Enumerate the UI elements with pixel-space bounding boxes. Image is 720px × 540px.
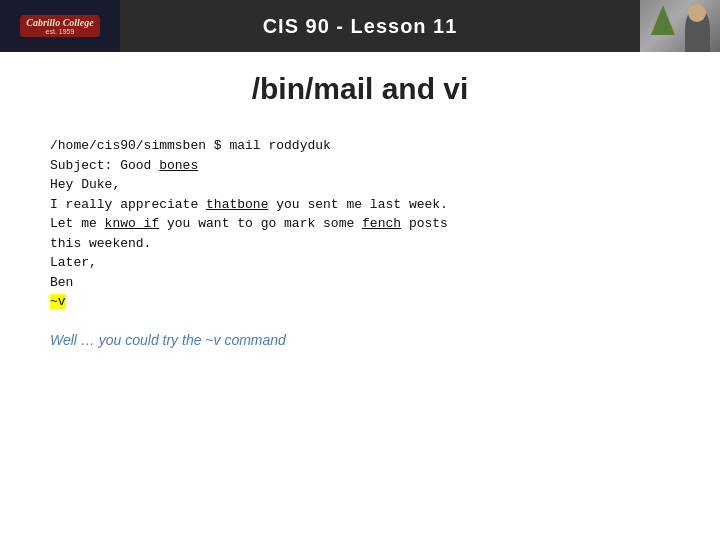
tree-icon	[651, 5, 675, 35]
hint-text: Well … you could try the ~v command	[50, 332, 680, 348]
line5-prefix: Let me	[50, 216, 105, 231]
logo: Cabrillo College est. 1959	[0, 0, 120, 52]
terminal-line-5: Let me knwo_if you want to go mark some …	[50, 214, 680, 234]
line4-prefix: I really appreciate	[50, 197, 206, 212]
line2-prefix: Subject: Good	[50, 158, 159, 173]
terminal-line-6: this weekend.	[50, 234, 680, 254]
line5-underline2: knwo_if	[105, 216, 160, 231]
line5-underline3: fench	[362, 216, 401, 231]
line5-suffix: posts	[401, 216, 448, 231]
header-decoration	[640, 0, 720, 52]
terminal-line-9: ~v	[50, 292, 680, 312]
main-content: /bin/mail and vi /home/cis90/simmsben $ …	[0, 52, 720, 368]
line4-suffix: you sent me last week.	[268, 197, 447, 212]
person-head-icon	[688, 4, 706, 22]
terminal-line-8: Ben	[50, 273, 680, 293]
terminal-line-7: Later,	[50, 253, 680, 273]
terminal-block: /home/cis90/simmsben $ mail roddyduk Sub…	[50, 136, 680, 312]
terminal-line-4: I really appreciate thatbone you sent me…	[50, 195, 680, 215]
line2-underline: bones	[159, 158, 198, 173]
logo-est: est. 1959	[26, 28, 94, 35]
terminal-line-3: Hey Duke,	[50, 175, 680, 195]
header-title: CIS 90 - Lesson 11	[263, 15, 458, 38]
terminal-line-1: /home/cis90/simmsben $ mail roddyduk	[50, 136, 680, 156]
header: Cabrillo College est. 1959 CIS 90 - Less…	[0, 0, 720, 52]
line5-middle: you want to go mark some	[159, 216, 362, 231]
line9-highlight: ~v	[50, 294, 66, 309]
logo-text: Cabrillo College	[26, 17, 94, 28]
page-title: /bin/mail and vi	[40, 72, 680, 106]
line4-underline1: thatbone	[206, 197, 268, 212]
terminal-line-2: Subject: Good bones	[50, 156, 680, 176]
